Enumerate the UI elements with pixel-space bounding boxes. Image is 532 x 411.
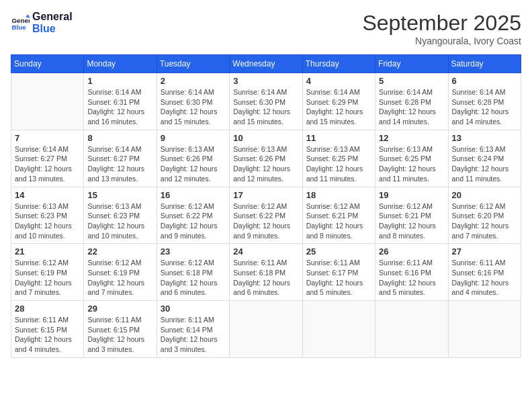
day-header-friday: Friday — [375, 55, 448, 73]
day-info: Sunrise: 6:12 AM Sunset: 6:21 PM Dayligh… — [379, 201, 444, 241]
day-info: Sunrise: 6:12 AM Sunset: 6:22 PM Dayligh… — [233, 201, 298, 241]
day-number: 16 — [161, 190, 226, 200]
day-number: 12 — [379, 133, 444, 143]
day-info: Sunrise: 6:11 AM Sunset: 6:15 PM Dayligh… — [15, 315, 80, 355]
calendar-cell: 8Sunrise: 6:14 AM Sunset: 6:27 PM Daylig… — [84, 130, 157, 187]
day-number: 27 — [452, 246, 517, 257]
day-info: Sunrise: 6:12 AM Sunset: 6:19 PM Dayligh… — [87, 258, 152, 298]
day-number: 5 — [379, 76, 444, 86]
calendar-cell — [448, 301, 521, 358]
day-number: 9 — [161, 133, 226, 143]
week-row-3: 14Sunrise: 6:13 AM Sunset: 6:23 PM Dayli… — [11, 187, 521, 244]
calendar-cell: 19Sunrise: 6:12 AM Sunset: 6:21 PM Dayli… — [375, 187, 448, 244]
day-info: Sunrise: 6:13 AM Sunset: 6:23 PM Dayligh… — [87, 201, 152, 241]
page-header: General Blue General Blue September 2025… — [11, 11, 521, 46]
day-number: 7 — [15, 133, 80, 143]
calendar-cell: 20Sunrise: 6:12 AM Sunset: 6:20 PM Dayli… — [448, 187, 521, 244]
day-number: 8 — [87, 133, 152, 143]
day-number: 4 — [306, 76, 371, 86]
calendar-cell: 23Sunrise: 6:12 AM Sunset: 6:18 PM Dayli… — [157, 244, 229, 301]
day-info: Sunrise: 6:11 AM Sunset: 6:16 PM Dayligh… — [379, 258, 444, 298]
calendar-cell: 28Sunrise: 6:11 AM Sunset: 6:15 PM Dayli… — [11, 301, 84, 358]
day-info: Sunrise: 6:14 AM Sunset: 6:30 PM Dayligh… — [161, 87, 226, 127]
calendar-cell: 12Sunrise: 6:13 AM Sunset: 6:25 PM Dayli… — [375, 130, 448, 187]
day-info: Sunrise: 6:14 AM Sunset: 6:28 PM Dayligh… — [452, 87, 517, 127]
calendar-cell: 22Sunrise: 6:12 AM Sunset: 6:19 PM Dayli… — [84, 244, 157, 301]
day-number: 11 — [306, 133, 371, 143]
day-number: 25 — [306, 246, 371, 257]
day-info: Sunrise: 6:14 AM Sunset: 6:29 PM Dayligh… — [306, 87, 371, 127]
logo-text-general: General — [32, 11, 73, 23]
calendar-cell: 21Sunrise: 6:12 AM Sunset: 6:19 PM Dayli… — [11, 244, 84, 301]
logo-icon: General Blue — [11, 13, 30, 32]
day-number: 1 — [87, 76, 152, 86]
week-row-2: 7Sunrise: 6:14 AM Sunset: 6:27 PM Daylig… — [11, 130, 521, 187]
week-row-1: 1Sunrise: 6:14 AM Sunset: 6:31 PM Daylig… — [11, 73, 521, 130]
day-info: Sunrise: 6:13 AM Sunset: 6:25 PM Dayligh… — [379, 144, 444, 184]
calendar-cell: 14Sunrise: 6:13 AM Sunset: 6:23 PM Dayli… — [11, 187, 84, 244]
calendar-cell: 1Sunrise: 6:14 AM Sunset: 6:31 PM Daylig… — [84, 73, 157, 130]
day-number: 10 — [233, 133, 298, 143]
day-info: Sunrise: 6:14 AM Sunset: 6:28 PM Dayligh… — [379, 87, 444, 127]
calendar-cell: 26Sunrise: 6:11 AM Sunset: 6:16 PM Dayli… — [375, 244, 448, 301]
day-info: Sunrise: 6:11 AM Sunset: 6:15 PM Dayligh… — [87, 315, 152, 355]
day-info: Sunrise: 6:12 AM Sunset: 6:22 PM Dayligh… — [161, 201, 226, 241]
day-number: 13 — [452, 133, 517, 143]
day-number: 18 — [306, 190, 371, 200]
day-info: Sunrise: 6:13 AM Sunset: 6:26 PM Dayligh… — [161, 144, 226, 184]
calendar-cell: 24Sunrise: 6:11 AM Sunset: 6:18 PM Dayli… — [230, 244, 302, 301]
day-number: 14 — [15, 190, 80, 200]
logo: General Blue General Blue — [11, 11, 73, 34]
day-number: 21 — [15, 246, 80, 257]
day-number: 29 — [87, 304, 152, 314]
calendar-cell: 17Sunrise: 6:12 AM Sunset: 6:22 PM Dayli… — [230, 187, 302, 244]
day-info: Sunrise: 6:12 AM Sunset: 6:19 PM Dayligh… — [15, 258, 80, 298]
day-info: Sunrise: 6:13 AM Sunset: 6:24 PM Dayligh… — [452, 144, 517, 184]
svg-text:Blue: Blue — [11, 23, 26, 30]
day-number: 17 — [233, 190, 298, 200]
calendar-cell: 15Sunrise: 6:13 AM Sunset: 6:23 PM Dayli… — [84, 187, 157, 244]
calendar-cell: 18Sunrise: 6:12 AM Sunset: 6:21 PM Dayli… — [302, 187, 375, 244]
calendar-cell: 16Sunrise: 6:12 AM Sunset: 6:22 PM Dayli… — [157, 187, 229, 244]
calendar-cell: 3Sunrise: 6:14 AM Sunset: 6:30 PM Daylig… — [230, 73, 302, 130]
calendar-cell: 13Sunrise: 6:13 AM Sunset: 6:24 PM Dayli… — [448, 130, 521, 187]
day-number: 28 — [15, 304, 80, 314]
day-number: 2 — [161, 76, 226, 86]
calendar-cell: 29Sunrise: 6:11 AM Sunset: 6:15 PM Dayli… — [84, 301, 157, 358]
location: Nyangourala, Ivory Coast — [362, 36, 521, 46]
day-number: 3 — [233, 76, 298, 86]
day-number: 30 — [161, 304, 226, 314]
calendar-cell: 10Sunrise: 6:13 AM Sunset: 6:26 PM Dayli… — [230, 130, 302, 187]
day-info: Sunrise: 6:13 AM Sunset: 6:25 PM Dayligh… — [306, 144, 371, 184]
week-row-5: 28Sunrise: 6:11 AM Sunset: 6:15 PM Dayli… — [11, 301, 521, 358]
calendar-cell: 9Sunrise: 6:13 AM Sunset: 6:26 PM Daylig… — [157, 130, 229, 187]
calendar-cell: 2Sunrise: 6:14 AM Sunset: 6:30 PM Daylig… — [157, 73, 229, 130]
day-header-saturday: Saturday — [448, 55, 521, 73]
calendar-table: SundayMondayTuesdayWednesdayThursdayFrid… — [11, 54, 521, 358]
day-info: Sunrise: 6:13 AM Sunset: 6:26 PM Dayligh… — [233, 144, 298, 184]
day-number: 26 — [379, 246, 444, 257]
week-row-4: 21Sunrise: 6:12 AM Sunset: 6:19 PM Dayli… — [11, 244, 521, 301]
day-number: 19 — [379, 190, 444, 200]
day-header-sunday: Sunday — [11, 55, 84, 73]
calendar-cell: 11Sunrise: 6:13 AM Sunset: 6:25 PM Dayli… — [302, 130, 375, 187]
days-header-row: SundayMondayTuesdayWednesdayThursdayFrid… — [11, 55, 521, 73]
day-header-wednesday: Wednesday — [230, 55, 302, 73]
calendar-cell: 6Sunrise: 6:14 AM Sunset: 6:28 PM Daylig… — [448, 73, 521, 130]
day-header-tuesday: Tuesday — [157, 55, 229, 73]
day-info: Sunrise: 6:14 AM Sunset: 6:31 PM Dayligh… — [87, 87, 152, 127]
calendar-cell — [230, 301, 302, 358]
day-number: 6 — [452, 76, 517, 86]
day-info: Sunrise: 6:11 AM Sunset: 6:14 PM Dayligh… — [161, 315, 226, 355]
day-info: Sunrise: 6:14 AM Sunset: 6:27 PM Dayligh… — [15, 144, 80, 184]
calendar-cell: 30Sunrise: 6:11 AM Sunset: 6:14 PM Dayli… — [157, 301, 229, 358]
day-number: 22 — [87, 246, 152, 257]
calendar-cell: 7Sunrise: 6:14 AM Sunset: 6:27 PM Daylig… — [11, 130, 84, 187]
calendar-cell — [302, 301, 375, 358]
day-number: 24 — [233, 246, 298, 257]
day-info: Sunrise: 6:14 AM Sunset: 6:30 PM Dayligh… — [233, 87, 298, 127]
title-block: September 2025 Nyangourala, Ivory Coast — [362, 11, 521, 46]
day-header-monday: Monday — [84, 55, 157, 73]
calendar-cell: 27Sunrise: 6:11 AM Sunset: 6:16 PM Dayli… — [448, 244, 521, 301]
day-number: 23 — [161, 246, 226, 257]
